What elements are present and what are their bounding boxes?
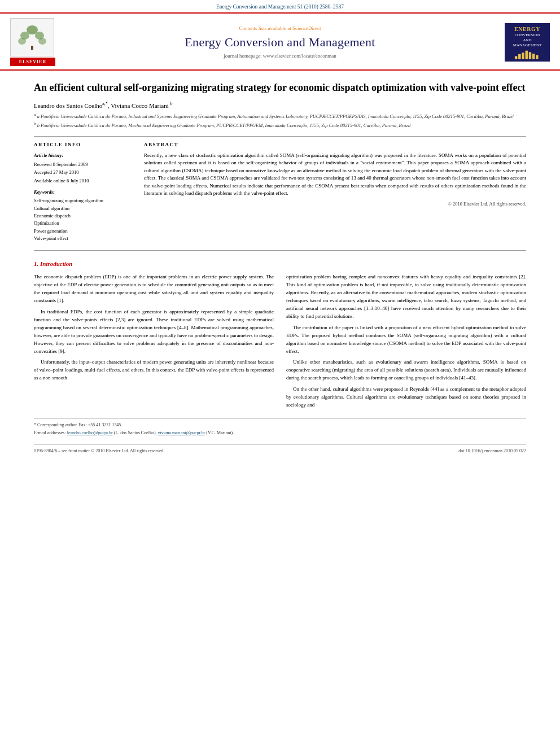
article-info-heading: ARTICLE INFO <box>34 141 133 148</box>
copyright-line: © 2010 Elsevier Ltd. All rights reserved… <box>144 200 526 207</box>
footnotes: * Corresponding author. Fax: +55 41 3271… <box>34 418 526 436</box>
elsevier-logo-img <box>10 18 54 56</box>
sciencedirect-link: Contents lists available at ScienceDirec… <box>61 25 499 32</box>
journal-right-img: ENERGY CONVERSION AND MANAGEMENT <box>505 23 550 62</box>
intro-right-p2: The contribution of the paper is linked … <box>286 324 526 356</box>
journal-title-center: Contents lists available at ScienceDirec… <box>61 25 499 60</box>
elsevier-logo-left: ELSEVIER <box>10 18 55 67</box>
footnote-email: E-mail addresses: leandro.coelho@pucpr.b… <box>34 430 526 436</box>
article-info-col: ARTICLE INFO Article history: Received 8… <box>34 141 133 242</box>
svg-point-3 <box>18 38 26 45</box>
sciencedirect-name[interactable]: ScienceDirect <box>292 25 321 31</box>
intro-left-p3: Unfortunately, the input–output characte… <box>34 359 274 382</box>
authors-line: Leandro dos Santos Coelhoa,*, Viviana Co… <box>34 101 526 111</box>
keyword-3: Economic dispatch <box>34 212 133 219</box>
ecm-logo-line3: AND <box>523 38 531 43</box>
paper-content: An efficient cultural self-organizing mi… <box>0 71 560 465</box>
svg-rect-11 <box>532 54 534 59</box>
svg-rect-5 <box>31 46 33 50</box>
paper-title: An efficient cultural self-organizing mi… <box>34 81 526 94</box>
author1-sup: a,* <box>102 101 108 106</box>
footnote-email-label: E-mail addresses: <box>34 430 66 435</box>
bottom-bar: 0196-8904/$ – see front matter © 2010 El… <box>34 444 526 455</box>
abstract-col: ABSTRACT Recently, a new class of stocha… <box>144 141 526 242</box>
keyword-5: Power generation <box>34 228 133 234</box>
article-history-label: Article history: <box>34 152 133 159</box>
elsevier-label: ELSEVIER <box>10 58 55 67</box>
journal-title: Energy Conversion and Management <box>61 33 499 51</box>
accepted-row: Accepted 27 May 2010 <box>34 169 133 176</box>
keyword-1: Self-organizing migrating algorithm <box>34 197 133 204</box>
divider-1 <box>34 136 526 137</box>
abstract-text: Recently, a new class of stochastic opti… <box>144 152 526 198</box>
author1-name: Leandro dos Santos Coelho <box>34 102 102 108</box>
svg-rect-7 <box>518 54 520 59</box>
svg-point-4 <box>38 38 46 45</box>
author2-name: Viviana Cocco Mariani <box>111 102 169 108</box>
article-info-abstract-section: ARTICLE INFO Article history: Received 8… <box>34 141 526 242</box>
journal-citation: Energy Conversion and Management 51 (201… <box>216 4 344 10</box>
received-row: Received 8 September 2009 <box>34 161 133 168</box>
keyword-4: Optimization <box>34 220 133 226</box>
issn-line: 0196-8904/$ – see front matter © 2010 El… <box>34 448 165 455</box>
footnote-corresponding: * Corresponding author. Fax: +55 41 3271… <box>34 422 526 429</box>
journal-header: ELSEVIER Contents lists available at Sci… <box>0 14 560 71</box>
intro-right-p1: optimization problem having complex and … <box>286 273 526 321</box>
svg-rect-12 <box>536 55 538 59</box>
footnote-email1-name: (L. dos Santos Coelho), <box>114 430 157 435</box>
affiliations: a a Pontifícia Universidade Católica do … <box>34 112 526 129</box>
intro-left-p2: In traditional EDPs, the cost function o… <box>34 308 274 356</box>
svg-rect-8 <box>522 53 524 59</box>
svg-rect-9 <box>525 51 527 59</box>
intro-right-col: optimization problem having complex and … <box>286 273 526 413</box>
affiliation-b: b Pontifícia Universidade Católica do Pa… <box>37 123 411 128</box>
keywords-heading: Keywords: <box>34 189 133 195</box>
divider-2 <box>34 250 526 251</box>
intro-right-p3: Unlike other metaheuristics, such as evo… <box>286 359 526 382</box>
introduction-section: 1. Introduction The economic dispatch pr… <box>34 260 526 413</box>
footnote-email2[interactable]: viviana.mariani@pucpr.br <box>158 430 205 435</box>
online-row: Available online 6 July 2010 <box>34 177 133 184</box>
journal-logo-right: ENERGY CONVERSION AND MANAGEMENT <box>505 23 550 62</box>
intro-right-p4: On the other hand, cultural algorithms w… <box>286 386 526 409</box>
intro-two-col: The economic dispatch problem (EDP) is o… <box>34 273 526 413</box>
keyword-6: Valve-point effect <box>34 235 133 242</box>
abstract-heading: ABSTRACT <box>144 141 526 148</box>
keyword-2: Cultural algorithm <box>34 205 133 212</box>
doi-line: doi:10.1016/j.enconman.2010.05.022 <box>458 448 526 455</box>
journal-homepage: journal homepage: www.elsevier.com/locat… <box>61 53 499 60</box>
svg-rect-6 <box>514 56 517 59</box>
intro-left-p1: The economic dispatch problem (EDP) is o… <box>34 273 274 305</box>
author2-sup: b <box>170 101 173 106</box>
footnote-email1[interactable]: leandro.coelho@pucpr.br <box>67 430 113 435</box>
ecm-chart-icon <box>512 49 543 59</box>
ecm-logo-line2: CONVERSION <box>514 33 540 38</box>
affiliation-a: a Pontifícia Universidade Católica do Pa… <box>37 113 514 119</box>
svg-rect-10 <box>528 52 531 59</box>
ecm-logo-line4: MANAGEMENT <box>513 43 542 48</box>
elsevier-tree-icon <box>16 24 48 50</box>
ecm-logo-line1: ENERGY <box>514 25 540 33</box>
intro-left-col: The economic dispatch problem (EDP) is o… <box>34 273 274 413</box>
intro-section-title: 1. Introduction <box>34 260 526 269</box>
footnote-email2-name: (V.C. Mariani). <box>206 430 234 435</box>
journal-top-bar: Energy Conversion and Management 51 (201… <box>0 0 560 14</box>
